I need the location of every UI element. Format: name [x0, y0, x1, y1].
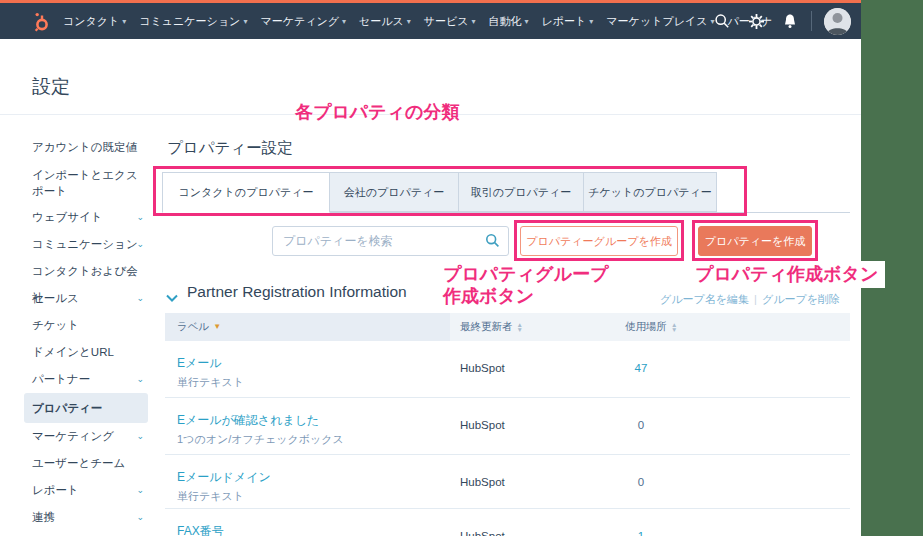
sidebar-item-users-teams[interactable]: ユーザーとチーム — [24, 450, 148, 477]
sidebar-item-label: レポート — [32, 484, 79, 496]
nav-item-marketing[interactable]: マーケティング▾ — [260, 14, 346, 29]
property-tabs: コンタクトのプロパティー 会社のプロパティー 取引のプロパティー チケットのプロ… — [162, 172, 717, 213]
sidebar-item-integrations[interactable]: 連携⌄ — [24, 504, 148, 531]
sidebar-item-website[interactable]: ウェブサイト⌄ — [24, 204, 148, 231]
bell-icon[interactable] — [773, 13, 807, 30]
chevron-down-icon: ⌄ — [136, 477, 144, 504]
sidebar-item-sales[interactable]: セールス⌄ — [24, 285, 148, 312]
nav-item-sales[interactable]: セールス▾ — [359, 14, 411, 29]
chevron-down-icon: ▾ — [589, 17, 593, 26]
group-collapse-chevron-icon[interactable] — [166, 288, 178, 306]
nav-item-automation[interactable]: 自動化▾ — [489, 14, 529, 29]
top-navbar: コンタクト▾ コミュニケーション▾ マーケティング▾ セールス▾ サービス▾ 自… — [0, 3, 861, 39]
property-type: 単行テキスト — [177, 375, 244, 390]
nav-item-label: マーケティング — [260, 14, 339, 29]
sort-icon[interactable]: ▲▼ — [671, 322, 677, 332]
delete-group-link[interactable]: グループを削除 — [762, 293, 840, 305]
sidebar-item-label: インポートとエクスポート — [32, 169, 138, 197]
chevron-down-icon: ⌄ — [136, 204, 144, 231]
column-header-last-updated[interactable]: 最終更新者 ▲▼ — [460, 320, 523, 334]
annotation-line: プロパティグループ — [443, 263, 608, 285]
nav-item-service[interactable]: サービス▾ — [424, 14, 476, 29]
sidebar-item-label: ドメインとURL — [32, 346, 114, 358]
last-updated-by: HubSpot — [460, 530, 505, 536]
chevron-down-icon: ▾ — [342, 17, 346, 26]
sidebar-item-reports[interactable]: レポート⌄ — [24, 477, 148, 504]
chevron-down-icon: ⌄ — [136, 423, 144, 450]
last-updated-by: HubSpot — [460, 362, 505, 374]
sidebar-item-label: チケット — [32, 319, 79, 331]
nav-item-label: コンタクト — [63, 14, 119, 29]
sidebar-item-label: プロパティー — [32, 402, 102, 414]
property-name-link[interactable]: Eメールが確認されました — [177, 412, 319, 429]
tab-company-properties[interactable]: 会社のプロパティー — [329, 172, 459, 212]
nav-item-label: サービス — [424, 14, 469, 29]
tab-ticket-properties[interactable]: チケットのプロパティー — [583, 172, 717, 212]
sort-descending-icon[interactable]: ▼ — [213, 323, 221, 331]
table-row: Eメールドメイン 単行テキスト HubSpot 0 — [165, 455, 850, 509]
chevron-down-icon: ▾ — [472, 17, 476, 26]
sidebar-item-label: アカウントの既定値 — [32, 141, 137, 153]
sidebar-item-import-export[interactable]: インポートとエクスポート — [24, 161, 148, 204]
column-header-text: ラベル — [177, 320, 209, 334]
property-name-link[interactable]: Eメールドメイン — [177, 469, 271, 486]
nav-item-contacts[interactable]: コンタクト▾ — [63, 14, 126, 29]
search-icon — [485, 233, 500, 252]
page-title: 設定 — [32, 74, 70, 100]
nav-item-communication[interactable]: コミュニケーション▾ — [139, 14, 247, 29]
annotation-tabs-note: 各プロパティの分類 — [295, 100, 460, 124]
gear-icon[interactable] — [739, 13, 773, 30]
search-icon[interactable] — [705, 13, 739, 29]
usage-count: 0 — [618, 476, 664, 488]
usage-count-link[interactable]: 47 — [618, 362, 664, 374]
chevron-down-icon: ▾ — [525, 17, 529, 26]
sidebar-item-label: パートナー — [32, 373, 90, 385]
navbar-right-controls — [705, 3, 861, 39]
edit-group-name-link[interactable]: グループ名を編集 — [660, 293, 749, 305]
property-name-link[interactable]: FAX番号 — [177, 523, 224, 536]
sidebar-item-tickets[interactable]: チケット — [24, 312, 148, 339]
sidebar-item-communication[interactable]: コミュニケーション⌄ — [24, 231, 148, 258]
annotation-line: 作成ボタン — [443, 285, 608, 307]
usage-count-link[interactable]: 1 — [618, 530, 664, 536]
sidebar-item-properties[interactable]: プロパティー — [24, 393, 148, 423]
table-row: FAX番号 単行テキスト HubSpot 1 — [165, 509, 850, 536]
hubspot-logo-icon[interactable] — [30, 11, 52, 33]
sidebar-item-partner[interactable]: パートナー⌄ — [24, 366, 148, 393]
search-input[interactable] — [272, 226, 509, 256]
navbar-menu: コンタクト▾ コミュニケーション▾ マーケティング▾ セールス▾ サービス▾ 自… — [63, 3, 772, 39]
sidebar-item-domains-url[interactable]: ドメインとURL — [24, 339, 148, 366]
create-property-group-button[interactable]: プロパティーグループを作成 — [520, 226, 678, 256]
sidebar-item-marketing[interactable]: マーケティング⌄ — [24, 423, 148, 450]
nav-item-reports[interactable]: レポート▾ — [542, 14, 594, 29]
sidebar-item-account-defaults[interactable]: アカウントの既定値 — [24, 134, 148, 161]
nav-item-label: レポート — [542, 14, 587, 29]
tab-contact-properties[interactable]: コンタクトのプロパティー — [162, 172, 330, 213]
nav-item-marketplace[interactable]: マーケットプレイス▾ — [606, 14, 714, 29]
property-type: 1つのオン/オフチェックボックス — [177, 432, 344, 447]
sidebar-item-label: セールス — [32, 292, 79, 304]
create-property-button[interactable]: プロパティーを作成 — [698, 226, 812, 256]
chevron-down-icon: ▾ — [122, 17, 126, 26]
annotation-group-button-note: プロパティグループ 作成ボタン — [443, 263, 608, 307]
column-header-used-in[interactable]: 使用場所 ▲▼ — [625, 320, 677, 334]
sidebar-item-contacts-companies[interactable]: コンタクトおよび会社 — [24, 258, 148, 285]
property-name-link[interactable]: Eメール — [177, 355, 222, 372]
group-actions: グループ名を編集|グループを削除 — [660, 292, 840, 307]
property-type: 単行テキスト — [177, 489, 244, 504]
sidebar-item-label: コミュニケーション — [32, 238, 138, 250]
sidebar-item-label: マーケティング — [32, 430, 114, 442]
sort-icon[interactable]: ▲▼ — [517, 322, 523, 332]
chevron-down-icon: ⌄ — [136, 285, 144, 312]
sidebar-item-label: 連携 — [32, 511, 55, 523]
user-avatar[interactable] — [824, 8, 851, 35]
last-updated-by: HubSpot — [460, 419, 505, 431]
table-row: Eメールが確認されました 1つのオン/オフチェックボックス HubSpot 0 — [165, 398, 850, 455]
sidebar-item-label: ユーザーとチーム — [32, 457, 125, 469]
column-header-label[interactable]: ラベル ▼ — [177, 320, 221, 334]
tab-deal-properties[interactable]: 取引のプロパティー — [458, 172, 584, 212]
column-header-text: 使用場所 — [625, 320, 667, 334]
caret-down-icon: ▼ — [671, 327, 677, 332]
nav-item-label: コミュニケーション — [139, 14, 240, 29]
chevron-down-icon: ⌄ — [136, 366, 144, 393]
